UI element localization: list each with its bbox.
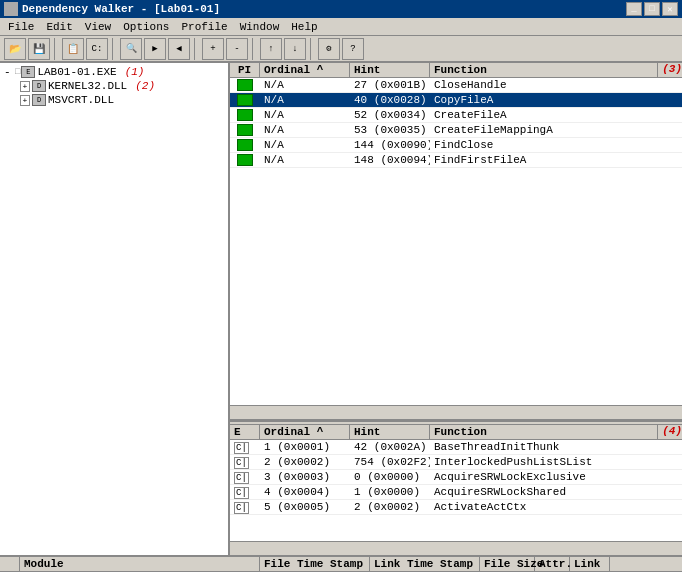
import-hint-1: 40 (0x0028) xyxy=(350,93,430,107)
import-row-3[interactable]: N/A 53 (0x0035) CreateFileMappingA xyxy=(230,123,682,138)
toolbar: 📂 💾 📋 C: 🔍 ▶ ◀ + - ↑ ↓ ⚙ ? xyxy=(0,36,682,62)
import-ordinal-4: N/A xyxy=(260,138,350,152)
export-col-hint[interactable]: Hint xyxy=(350,425,430,439)
tb-paste[interactable]: C: xyxy=(86,38,108,60)
green-indicator-5 xyxy=(237,154,253,166)
menu-view[interactable]: View xyxy=(79,20,117,34)
annotation-2: (2) xyxy=(135,80,155,92)
import-table-header: PI Ordinal ^ Hint Function (3) xyxy=(230,63,682,78)
tree-label-lab01: LAB01-01.EXE xyxy=(37,66,116,78)
tb-properties[interactable]: ⚙ xyxy=(318,38,340,60)
export-col-e: E xyxy=(230,425,260,439)
menu-profile[interactable]: Profile xyxy=(175,20,233,34)
title-bar-icon xyxy=(4,2,18,16)
module-table-header: Module File Time Stamp Link Time Stamp F… xyxy=(0,557,682,572)
import-table-body[interactable]: N/A 27 (0x001B) CloseHandle N/A 40 (0x00… xyxy=(230,78,682,405)
app-minimize-btn[interactable]: _ xyxy=(626,2,642,16)
tb-open[interactable]: 📂 xyxy=(4,38,26,60)
import-hscroll[interactable] xyxy=(230,405,682,419)
tree-item-lab01[interactable]: - □ E LAB01-01.EXE (1) xyxy=(2,65,226,79)
export-table-body[interactable]: C| 1 (0x0001) 42 (0x002A) BaseThreadInit… xyxy=(230,440,682,541)
import-pi-4 xyxy=(230,138,260,152)
green-indicator-2 xyxy=(237,109,253,121)
export-hint-4: 2 (0x0002) xyxy=(350,500,430,514)
green-indicator-4 xyxy=(237,139,253,151)
green-indicator-3 xyxy=(237,124,253,136)
export-ordinal-0: 1 (0x0001) xyxy=(260,440,350,454)
export-e-4: C| xyxy=(230,500,260,514)
tb-expand[interactable]: + xyxy=(202,38,224,60)
export-e-icon-4: C| xyxy=(234,502,249,514)
export-e-icon-1: C| xyxy=(234,457,249,469)
export-hscroll[interactable] xyxy=(230,541,682,555)
export-e-icon-2: C| xyxy=(234,472,249,484)
tb-up[interactable]: ↑ xyxy=(260,38,282,60)
tree-label-kernel32: KERNEL32.DLL xyxy=(48,80,127,92)
export-row-4[interactable]: C| 5 (0x0005) 2 (0x0002) ActivateActCtx xyxy=(230,500,682,515)
tb-save[interactable]: 💾 xyxy=(28,38,50,60)
import-table-panel: PI Ordinal ^ Hint Function (3) N/A 27 (0… xyxy=(230,63,682,421)
tree-view[interactable]: - □ E LAB01-01.EXE (1) + D KERNEL32.DLL … xyxy=(0,63,228,555)
export-table-header: E Ordinal ^ Hint Function (4) xyxy=(230,425,682,440)
export-col-ordinal[interactable]: Ordinal ^ xyxy=(260,425,350,439)
import-ordinal-1: N/A xyxy=(260,93,350,107)
tb-prev[interactable]: ◀ xyxy=(168,38,190,60)
export-ordinal-4: 5 (0x0005) xyxy=(260,500,350,514)
tree-item-msvcrt[interactable]: + D MSVCRT.DLL xyxy=(2,93,226,107)
import-row-0[interactable]: N/A 27 (0x001B) CloseHandle xyxy=(230,78,682,93)
tb-help[interactable]: ? xyxy=(342,38,364,60)
mod-col-module[interactable]: Module xyxy=(20,557,260,571)
import-row-4[interactable]: N/A 144 (0x0090) FindClose xyxy=(230,138,682,153)
menu-options[interactable]: Options xyxy=(117,20,175,34)
import-row-1[interactable]: N/A 40 (0x0028) CopyFileA xyxy=(230,93,682,108)
import-col-hint[interactable]: Hint xyxy=(350,63,430,77)
tb-collapse[interactable]: - xyxy=(226,38,248,60)
export-col-func[interactable]: Function xyxy=(430,425,658,439)
app-maximize-btn[interactable]: □ xyxy=(644,2,660,16)
import-pi-2 xyxy=(230,108,260,122)
mod-col-linktime[interactable]: Link Time Stamp xyxy=(370,557,480,571)
menu-file[interactable]: File xyxy=(2,20,40,34)
import-row-5[interactable]: N/A 148 (0x0094) FindFirstFileA xyxy=(230,153,682,168)
right-panels: PI Ordinal ^ Hint Function (3) N/A 27 (0… xyxy=(230,63,682,555)
export-e-0: C| xyxy=(230,440,260,454)
export-row-1[interactable]: C| 2 (0x0002) 754 (0x02F2) InterlockedPu… xyxy=(230,455,682,470)
export-e-icon-0: C| xyxy=(234,442,249,454)
tb-sep2 xyxy=(112,38,116,60)
mod-col-filetime[interactable]: File Time Stamp xyxy=(260,557,370,571)
annotation-4: (4) xyxy=(662,425,682,439)
import-row-2[interactable]: N/A 52 (0x0034) CreateFileA xyxy=(230,108,682,123)
import-ordinal-2: N/A xyxy=(260,108,350,122)
tb-sep3 xyxy=(194,38,198,60)
import-col-ordinal[interactable]: Ordinal ^ xyxy=(260,63,350,77)
menu-help[interactable]: Help xyxy=(285,20,323,34)
export-row-3[interactable]: C| 4 (0x0004) 1 (0x0000) AcquireSRWLockS… xyxy=(230,485,682,500)
tb-find[interactable]: 🔍 xyxy=(120,38,142,60)
annotation-3: (3) xyxy=(662,63,682,77)
tb-copy[interactable]: 📋 xyxy=(62,38,84,60)
menu-edit[interactable]: Edit xyxy=(40,20,78,34)
export-hint-3: 1 (0x0000) xyxy=(350,485,430,499)
mod-col-attr[interactable]: Attr. xyxy=(535,557,570,571)
export-ordinal-2: 3 (0x0003) xyxy=(260,470,350,484)
export-row-2[interactable]: C| 3 (0x0003) 0 (0x0000) AcquireSRWLockE… xyxy=(230,470,682,485)
export-e-2: C| xyxy=(230,470,260,484)
tree-item-kernel32[interactable]: + D KERNEL32.DLL (2) xyxy=(2,79,226,93)
tb-sep1 xyxy=(54,38,58,60)
export-row-0[interactable]: C| 1 (0x0001) 42 (0x002A) BaseThreadInit… xyxy=(230,440,682,455)
import-pi-3 xyxy=(230,123,260,137)
import-func-5: FindFirstFileA xyxy=(430,153,682,167)
module-table: Module File Time Stamp Link Time Stamp F… xyxy=(0,557,682,573)
export-table-panel: E Ordinal ^ Hint Function (4) C| 1 (0x00… xyxy=(230,425,682,555)
tb-down[interactable]: ↓ xyxy=(284,38,306,60)
mod-col-link[interactable]: Link xyxy=(570,557,610,571)
mod-col-size[interactable]: File Size xyxy=(480,557,535,571)
tb-next[interactable]: ▶ xyxy=(144,38,166,60)
export-func-2: AcquireSRWLockExclusive xyxy=(430,470,682,484)
app-close-btn[interactable]: ✕ xyxy=(662,2,678,16)
dll-icon-msvcrt: D xyxy=(32,94,46,106)
tree-panel: - □ E LAB01-01.EXE (1) + D KERNEL32.DLL … xyxy=(0,63,230,555)
import-pi-5 xyxy=(230,153,260,167)
menu-window[interactable]: Window xyxy=(234,20,286,34)
import-col-func[interactable]: Function xyxy=(430,63,658,77)
